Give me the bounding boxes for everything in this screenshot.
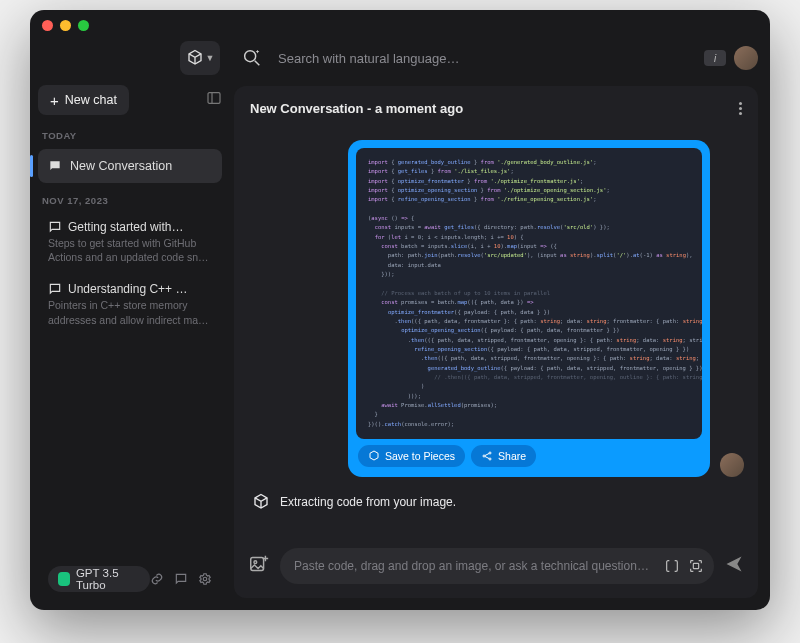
save-to-pieces-button[interactable]: Save to Pieces	[358, 445, 465, 467]
chat-small-icon[interactable]	[174, 572, 188, 586]
model-selector[interactable]: GPT 3.5 Turbo	[48, 566, 150, 592]
svg-point-6	[489, 452, 491, 454]
status-text: Extracting code from your image.	[280, 495, 456, 509]
cube-icon	[252, 493, 270, 511]
code-attachment-card: import { generated_body_outline } from '…	[348, 140, 710, 477]
send-button[interactable]	[724, 554, 744, 578]
sidebar: ▼ + New chat TODAY New Conversation NOV …	[30, 32, 230, 610]
model-label: GPT 3.5 Turbo	[76, 567, 140, 591]
svg-line-8	[485, 453, 489, 455]
attach-image-button[interactable]	[248, 553, 270, 579]
sidebar-item-desc: Pointers in C++ store memory addresses a…	[48, 298, 212, 326]
conversation-panel: New Conversation - a moment ago import {…	[234, 86, 758, 598]
scan-icon[interactable]	[688, 558, 704, 574]
image-plus-icon	[248, 553, 270, 575]
status-row: Extracting code from your image.	[248, 487, 744, 511]
search-bar: Search with natural language… i	[234, 38, 758, 78]
sidebar-item-getting-started[interactable]: Getting started with… Steps to get start…	[38, 214, 222, 272]
new-chat-button[interactable]: + New chat	[38, 85, 129, 115]
cube-icon	[186, 49, 204, 67]
svg-point-3	[245, 51, 256, 62]
sidebar-item-understanding-cpp[interactable]: Understanding C++ … Pointers in C++ stor…	[38, 276, 222, 334]
sidebar-item-new-conversation[interactable]: New Conversation	[38, 149, 222, 183]
sidebar-item-label: Understanding C++ …	[68, 282, 187, 296]
brackets-icon[interactable]	[664, 558, 680, 574]
search-input[interactable]: Search with natural language…	[278, 41, 696, 75]
close-icon[interactable]	[42, 20, 53, 31]
panel-icon	[206, 90, 222, 106]
message-row: import { generated_body_outline } from '…	[248, 140, 744, 477]
code-snippet: import { generated_body_outline } from '…	[356, 148, 702, 439]
save-icon	[368, 450, 380, 462]
chat-icon	[48, 159, 62, 173]
svg-point-7	[489, 458, 491, 460]
share-button[interactable]: Share	[471, 445, 536, 467]
save-label: Save to Pieces	[385, 450, 455, 462]
conversation-header: New Conversation - a moment ago	[234, 86, 758, 130]
avatar[interactable]	[734, 46, 758, 70]
chat-icon	[48, 220, 62, 234]
sidebar-footer: GPT 3.5 Turbo	[38, 560, 222, 598]
share-label: Share	[498, 450, 526, 462]
chat-icon	[48, 282, 62, 296]
send-icon	[724, 554, 744, 574]
svg-line-9	[485, 456, 489, 458]
sidebar-item-label: Getting started with…	[68, 220, 183, 234]
svg-point-11	[254, 561, 257, 564]
conversation-title: New Conversation - a moment ago	[250, 101, 463, 116]
section-date: NOV 17, 2023	[38, 187, 222, 210]
more-button[interactable]	[739, 102, 742, 115]
new-chat-label: New chat	[65, 93, 117, 107]
svg-point-5	[483, 455, 485, 457]
sidebar-item-label: New Conversation	[70, 159, 172, 173]
main-column: Search with natural language… i New Conv…	[230, 32, 770, 610]
svg-rect-12	[693, 563, 698, 568]
sidebar-item-desc: Steps to get started with GitHub Actions…	[48, 236, 212, 264]
toggle-panel-button[interactable]	[206, 90, 222, 110]
model-logo-icon	[58, 572, 70, 586]
minimize-icon[interactable]	[60, 20, 71, 31]
user-avatar	[720, 453, 744, 477]
chevron-down-icon: ▼	[206, 53, 215, 63]
settings-icon[interactable]	[198, 572, 212, 586]
svg-line-4	[255, 61, 260, 66]
share-icon	[481, 450, 493, 462]
maximize-icon[interactable]	[78, 20, 89, 31]
svg-rect-0	[208, 93, 220, 104]
sparkle-search-icon	[241, 47, 263, 69]
context-picker-button[interactable]: ▼	[180, 41, 220, 75]
sparkle-search-button[interactable]	[234, 41, 270, 75]
compose-input[interactable]: Paste code, drag and drop an image, or a…	[280, 548, 714, 584]
compose-placeholder: Paste code, drag and drop an image, or a…	[294, 559, 664, 573]
titlebar	[30, 10, 770, 32]
conversation-body: import { generated_body_outline } from '…	[234, 130, 758, 538]
svg-point-2	[203, 577, 207, 581]
app-window: ▼ + New chat TODAY New Conversation NOV …	[30, 10, 770, 610]
plus-icon: +	[50, 92, 59, 109]
link-icon[interactable]	[150, 572, 164, 586]
info-badge[interactable]: i	[704, 50, 726, 66]
compose-row: Paste code, drag and drop an image, or a…	[234, 538, 758, 598]
section-today: TODAY	[38, 122, 222, 145]
